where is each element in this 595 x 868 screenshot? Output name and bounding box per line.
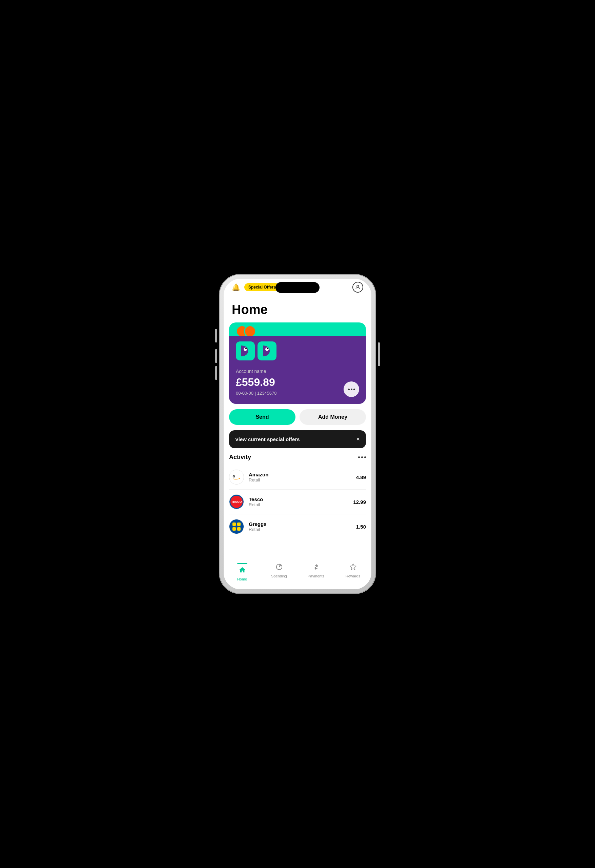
greggs-amount: 1.50 <box>356 524 366 530</box>
send-button[interactable]: Send <box>229 409 296 425</box>
greggs-avatar <box>229 519 244 534</box>
card-balance: £559.89 <box>236 376 359 388</box>
more-dot-1 <box>358 456 360 458</box>
dot-3 <box>353 388 355 390</box>
activity-header: Activity <box>229 454 366 461</box>
svg-text:a: a <box>233 474 235 478</box>
transaction-greggs[interactable]: Greggs Retail 1.50 <box>229 514 366 539</box>
amazon-info: Amazon Retail <box>249 472 351 483</box>
card-details: 00-00-00 | 12345678 <box>236 391 359 396</box>
svg-point-2 <box>245 348 247 349</box>
svg-point-1 <box>244 348 247 351</box>
spending-icon <box>275 563 283 573</box>
card-body[interactable]: Account name £559.89 00-00-00 | 12345678 <box>229 336 366 404</box>
card-more-button[interactable] <box>343 381 359 397</box>
svg-point-4 <box>267 348 268 349</box>
home-icon <box>239 566 246 576</box>
amazon-avatar: a <box>229 469 244 484</box>
greggs-sq-1 <box>233 523 236 526</box>
page-title: Home <box>224 296 371 322</box>
card-orange-decoration <box>236 325 256 337</box>
add-money-button[interactable]: Add Money <box>299 409 366 425</box>
nav-payments[interactable]: Payments <box>298 562 334 583</box>
tesco-avatar: TESCO <box>229 495 244 509</box>
nav-home-label: Home <box>237 577 247 581</box>
rewards-icon <box>349 563 357 573</box>
special-offers-badge[interactable]: Special Offers <box>244 283 280 291</box>
svg-marker-8 <box>350 564 356 570</box>
bottom-nav: Home Spending <box>224 559 371 589</box>
phone-frame: 🔔 Special Offers Home <box>219 275 376 593</box>
more-dot-3 <box>364 456 366 458</box>
banner-text: View current special offers <box>235 436 300 442</box>
transaction-amazon[interactable]: a Amazon Retail 4.89 <box>229 465 366 490</box>
special-offers-banner[interactable]: View current special offers × <box>229 430 366 448</box>
greggs-name: Greggs <box>249 521 351 527</box>
phone-screen: 🔔 Special Offers Home <box>224 279 371 589</box>
greggs-sq-2 <box>237 523 240 526</box>
greggs-category: Retail <box>249 527 351 532</box>
logo-block-right <box>258 341 277 360</box>
status-left: 🔔 Special Offers <box>232 283 280 291</box>
action-buttons: Send Add Money <box>224 404 371 430</box>
svg-point-3 <box>265 348 269 351</box>
greggs-info: Greggs Retail <box>249 521 351 532</box>
activity-more-button[interactable] <box>358 456 366 458</box>
banner-close-button[interactable]: × <box>356 436 360 443</box>
nav-spending[interactable]: Spending <box>261 562 298 583</box>
activity-section: Activity a <box>224 454 371 539</box>
payments-icon <box>312 563 320 573</box>
nav-home[interactable]: Home <box>224 562 261 583</box>
nav-home-indicator <box>237 563 247 564</box>
activity-title: Activity <box>229 454 251 461</box>
card-top-strip <box>229 322 366 336</box>
transaction-tesco[interactable]: TESCO Tesco Retail 12.99 <box>229 490 366 514</box>
dynamic-island <box>275 282 320 293</box>
tesco-amount: 12.99 <box>353 499 366 505</box>
card-sort-code: 00-00-00 <box>236 391 253 396</box>
greggs-logo <box>230 520 243 533</box>
tesco-name: Tesco <box>249 496 348 502</box>
nav-rewards[interactable]: Rewards <box>334 562 371 583</box>
tesco-info: Tesco Retail <box>249 496 348 507</box>
amazon-name: Amazon <box>249 472 351 477</box>
svg-point-0 <box>357 285 359 287</box>
orange-circle-2 <box>244 325 256 337</box>
nav-rewards-label: Rewards <box>346 574 360 578</box>
logo-block-left <box>236 341 255 360</box>
card-separator: | <box>255 391 257 396</box>
tesco-category: Retail <box>249 502 348 507</box>
card-account-name: Account name <box>236 369 359 374</box>
card-account-number: 12345678 <box>257 391 277 396</box>
greggs-sq-4 <box>237 527 240 531</box>
nav-spending-label: Spending <box>271 574 287 578</box>
bell-icon[interactable]: 🔔 <box>232 283 240 291</box>
account-card-container: Account name £559.89 00-00-00 | 12345678 <box>229 322 366 404</box>
main-content: Home <box>224 296 371 559</box>
card-logo <box>236 341 359 360</box>
dot-2 <box>351 388 352 390</box>
tesco-logo: TESCO <box>230 495 244 509</box>
profile-icon[interactable] <box>352 282 363 292</box>
amazon-amount: 4.89 <box>356 474 366 480</box>
status-bar: 🔔 Special Offers <box>224 279 371 296</box>
more-dot-2 <box>361 456 363 458</box>
dot-1 <box>348 388 350 390</box>
nav-payments-label: Payments <box>308 574 324 578</box>
amazon-category: Retail <box>249 477 351 483</box>
greggs-sq-3 <box>233 527 236 531</box>
